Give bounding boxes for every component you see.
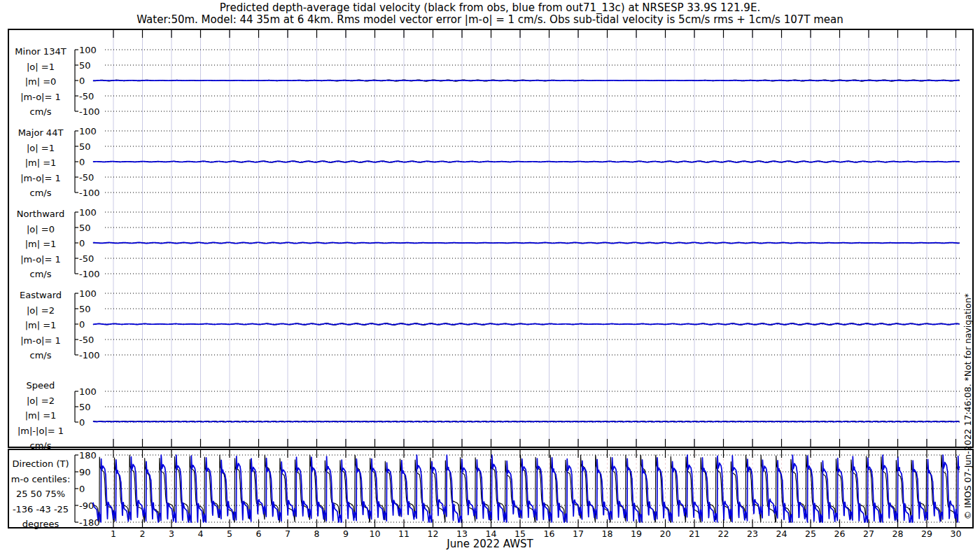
y-tick-label: -90: [79, 500, 94, 511]
y-tick-label: 0: [79, 319, 85, 330]
y-tick-label: 50: [79, 402, 91, 412]
panel-label-line: |o| =1: [6, 59, 76, 75]
panel-label-line: |m-o|= 1: [6, 171, 76, 186]
y-tick-label: 0: [79, 417, 85, 428]
panel-label-line: cm/s: [6, 104, 76, 120]
y-tick-label: 0: [79, 238, 85, 248]
panel-label-line: |o| =1: [6, 141, 76, 156]
y-tick-label: 50: [79, 304, 91, 314]
y-tick-label: 100: [79, 386, 97, 397]
panel-label-line: |o| =2: [6, 303, 76, 318]
panel-label-line: |o| =2: [6, 393, 76, 409]
y-tick-label: 0: [79, 484, 85, 494]
credit-watermark: © IMOS 07-Jun-2022 17:46:08. *Not for na…: [962, 276, 973, 537]
y-tick-label: 0: [79, 76, 85, 86]
y-tick-label: 100: [79, 207, 97, 218]
y-tick-label: -100: [79, 269, 100, 279]
y-tick-label: -100: [79, 188, 100, 198]
y-tick-label: -50: [79, 335, 94, 345]
panel-label-line: |m| =1: [6, 318, 76, 333]
y-tick-label: 180: [79, 450, 97, 461]
panel-label-line: |m| =0: [6, 74, 76, 90]
panel-labels-minor-134t: Minor 134T|o| =1|m| =0|m-o|= 1cm/s: [6, 44, 76, 120]
series-speed-model: [93, 421, 960, 422]
panel-label-line: |m-o|= 1: [6, 252, 76, 267]
panel-label-line: |o| =0: [6, 222, 76, 237]
panel-labels-northward: Northward|o| =0|m| =1|m-o|= 1cm/s: [6, 206, 76, 282]
y-tick-label: -180: [79, 517, 100, 528]
panel-label-line: -136 -43 -25: [6, 502, 76, 517]
panel-label-line: cm/s: [6, 438, 76, 454]
y-tick-label: 0: [79, 157, 85, 167]
panel-label-line: |m| =1: [6, 237, 76, 252]
y-tick-label: -50: [79, 253, 94, 264]
panel-label-line: cm/s: [6, 267, 76, 282]
series-eastward-model: [93, 323, 960, 325]
y-tick-label: 100: [79, 45, 97, 55]
panel-label-line: |m| =1: [6, 155, 76, 171]
y-tick-label: 50: [79, 60, 91, 71]
series-major-44t-model: [93, 161, 960, 162]
panel-label-line: Major 44T: [6, 125, 76, 141]
series-minor-134t-model: [93, 80, 960, 81]
panel-label-line: |m-o|= 1: [6, 90, 76, 105]
panel-label-line: |m|-|o|= 1: [6, 424, 76, 439]
panel-label-line: Eastward: [6, 288, 76, 303]
y-tick-label: 50: [79, 223, 91, 233]
figure-root: Predicted depth-average tidal velocity (…: [0, 0, 980, 560]
series-northward-model: [93, 242, 960, 244]
y-tick-label: 90: [79, 467, 91, 477]
panel-label-line: Northward: [6, 206, 76, 222]
panel-label-line: Minor 134T: [6, 44, 76, 59]
tidal-velocity-chart: 100500-50-100100500-50-100100500-50-1001…: [0, 0, 980, 560]
panel-labels-direction-t-: Direction (T)m-o centiles:25 50 75%-136 …: [6, 456, 76, 532]
panel-label-line: cm/s: [6, 186, 76, 201]
panel-label-line: cm/s: [6, 348, 76, 363]
y-tick-label: 50: [79, 141, 91, 152]
panel-label-line: Direction (T): [6, 456, 76, 472]
y-tick-label: 100: [79, 288, 97, 299]
panel-label-line: |m| =1: [6, 408, 76, 424]
x-axis-label: June 2022 AWST: [0, 538, 980, 550]
y-tick-label: -100: [79, 350, 100, 360]
y-tick-label: -50: [79, 172, 94, 183]
y-tick-label: -100: [79, 106, 100, 117]
panel-labels-eastward: Eastward|o| =2|m| =1|m-o|= 1cm/s: [6, 288, 76, 363]
y-tick-label: -50: [79, 91, 94, 102]
panel-label-line: Speed: [6, 378, 76, 393]
panel-label-line: degrees: [6, 517, 76, 532]
panel-labels-speed: Speed|o| =2|m| =1|m|-|o|= 1cm/s: [6, 378, 76, 454]
panel-label-line: |m-o|= 1: [6, 333, 76, 349]
panel-labels-major-44t: Major 44T|o| =1|m| =1|m-o|= 1cm/s: [6, 125, 76, 201]
panel-label-line: m-o centiles:: [6, 472, 76, 487]
panel-label-line: 25 50 75%: [6, 486, 76, 502]
y-tick-label: 100: [79, 126, 97, 136]
